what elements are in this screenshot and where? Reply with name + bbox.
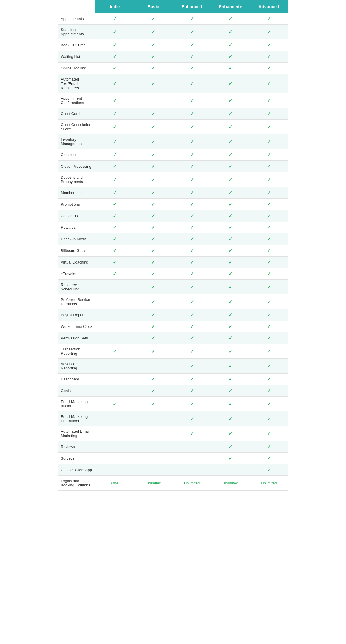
checkmark-icon: ✓: [151, 111, 155, 116]
checkmark-icon: ✓: [229, 324, 232, 329]
advanced-cell: ✓: [250, 359, 288, 374]
checkmark-icon: ✓: [229, 336, 232, 341]
basic-cell: ✓: [134, 74, 172, 93]
indie-cell: ✓: [95, 74, 134, 93]
checkmark-icon: ✓: [190, 54, 194, 59]
checkmark-icon: ✓: [190, 260, 194, 265]
checkmark-icon: ✓: [267, 225, 271, 230]
enhanced_plus-cell: ✓: [211, 280, 250, 294]
feature-cell: Automated Text/Email Reminders: [58, 74, 95, 93]
table-row: Standing Appointments✓✓✓✓✓: [58, 25, 288, 39]
special-value: Unlimited: [146, 481, 161, 485]
enhanced-cell: ✓: [172, 426, 211, 441]
indie-cell: ✓: [95, 222, 134, 233]
feature-cell: Advanced Reporting: [58, 359, 95, 374]
advanced-cell: ✓: [250, 149, 288, 161]
indie-cell: [95, 309, 134, 321]
indie-cell: ✓: [95, 25, 134, 39]
checkmark-icon: ✓: [190, 285, 194, 290]
enhanced_plus-cell: ✓: [211, 257, 250, 268]
basic-cell: ✓: [134, 210, 172, 222]
advanced-cell: ✓: [250, 374, 288, 385]
checkmark-icon: ✓: [229, 456, 232, 461]
checkmark-icon: ✓: [113, 349, 117, 354]
enhanced-cell: ✓: [172, 280, 211, 294]
enhanced-cell: ✓: [172, 172, 211, 187]
table-row: Gift Cards✓✓✓✓✓: [58, 210, 288, 222]
checkmark-icon: ✓: [190, 213, 194, 218]
advanced-cell: ✓: [250, 134, 288, 149]
checkmark-icon: ✓: [229, 416, 232, 421]
indie-cell: [95, 294, 134, 309]
advanced-cell: ✓: [250, 453, 288, 464]
checkmark-icon: ✓: [229, 237, 232, 241]
enhanced-cell: ✓: [172, 309, 211, 321]
table-row: Rewards✓✓✓✓✓: [58, 222, 288, 233]
checkmark-icon: ✓: [151, 271, 155, 276]
feature-cell: eTraveler: [58, 268, 95, 280]
checkmark-icon: ✓: [113, 125, 117, 129]
basic-cell: ✓: [134, 257, 172, 268]
checkmark-icon: ✓: [267, 456, 271, 461]
checkmark-icon: ✓: [113, 111, 117, 116]
checkmark-icon: ✓: [151, 30, 155, 34]
indie-cell: [95, 280, 134, 294]
checkmark-icon: ✓: [190, 164, 194, 169]
basic-cell: ✓: [134, 294, 172, 309]
checkmark-icon: ✓: [267, 299, 271, 304]
enhanced-cell: ✓: [172, 120, 211, 134]
checkmark-icon: ✓: [267, 139, 271, 144]
enhanced_plus-cell: ✓: [211, 199, 250, 210]
feature-cell: Client Consulation eForm: [58, 120, 95, 134]
checkmark-icon: ✓: [267, 213, 271, 218]
enhanced-plus-header: Enhanced+: [211, 0, 250, 13]
feature-cell: Email Marketing List Builder: [58, 411, 95, 426]
checkmark-icon: ✓: [113, 248, 117, 253]
table-row: Email Marketing Blasts✓✓✓✓✓: [58, 397, 288, 411]
checkmark-icon: ✓: [229, 43, 232, 47]
enhanced-cell: ✓: [172, 268, 211, 280]
indie-cell: ✓: [95, 120, 134, 134]
checkmark-icon: ✓: [229, 202, 232, 207]
indie-cell: ✓: [95, 397, 134, 411]
checkmark-icon: ✓: [190, 66, 194, 71]
advanced-cell: ✓: [250, 309, 288, 321]
enhanced_plus-cell: ✓: [211, 120, 250, 134]
basic-cell: ✓: [134, 13, 172, 25]
enhanced_plus-cell: ✓: [211, 426, 250, 441]
indie-cell: ✓: [95, 108, 134, 120]
table-row: Promotions✓✓✓✓✓: [58, 199, 288, 210]
special-value: Unlimited: [261, 481, 277, 485]
feature-cell: Client Cards: [58, 108, 95, 120]
enhanced-cell: [172, 464, 211, 476]
checkmark-icon: ✓: [151, 260, 155, 265]
feature-cell: Goals: [58, 385, 95, 397]
checkmark-icon: ✓: [229, 54, 232, 59]
enhanced_plus-cell: ✓: [211, 344, 250, 359]
table-row: Preferred Service Durations✓✓✓✓: [58, 294, 288, 309]
enhanced-cell: ✓: [172, 245, 211, 257]
enhanced-cell: ✓: [172, 187, 211, 199]
feature-cell: Logins and Booking Columns: [58, 476, 95, 491]
indie-cell: [95, 411, 134, 426]
basic-cell: ✓: [134, 374, 172, 385]
checkmark-icon: ✓: [229, 98, 232, 103]
table-row: Inventory Management✓✓✓✓✓: [58, 134, 288, 149]
checkmark-icon: ✓: [229, 431, 232, 436]
basic-cell: ✓: [134, 268, 172, 280]
enhanced_plus-cell: ✓: [211, 233, 250, 245]
enhanced-cell: ✓: [172, 359, 211, 374]
indie-cell: ✓: [95, 93, 134, 108]
enhanced-cell: ✓: [172, 344, 211, 359]
checkmark-icon: ✓: [190, 299, 194, 304]
checkmark-icon: ✓: [151, 299, 155, 304]
enhanced_plus-cell: ✓: [211, 63, 250, 74]
checkmark-icon: ✓: [151, 336, 155, 341]
checkmark-icon: ✓: [267, 30, 271, 34]
checkmark-icon: ✓: [267, 324, 271, 329]
enhanced_plus-cell: ✓: [211, 93, 250, 108]
checkmark-icon: ✓: [229, 164, 232, 169]
enhanced_plus-cell: ✓: [211, 321, 250, 332]
indie-cell: [95, 374, 134, 385]
checkmark-icon: ✓: [267, 260, 271, 265]
